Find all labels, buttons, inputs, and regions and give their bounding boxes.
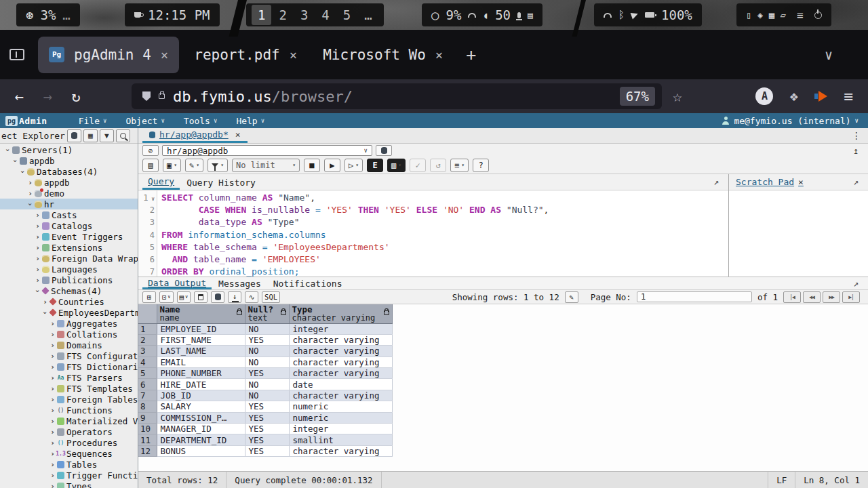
chevron-collapsed-icon[interactable]: ›: [34, 254, 41, 263]
execute-button[interactable]: ▶: [324, 159, 340, 172]
tab-overflow-chevron[interactable]: ∨: [825, 47, 859, 63]
cell[interactable]: EMPLOYEE_ID: [157, 323, 245, 334]
table-row[interactable]: 3LAST_NAMENOcharacter varying: [138, 346, 392, 357]
cell[interactable]: HIRE_DATE: [157, 379, 245, 390]
tree-item-collations[interactable]: ›Collations: [0, 329, 138, 340]
user-menu[interactable]: me@fymio.us (internal) ∨: [722, 116, 863, 126]
connection-select[interactable]: hr/app@appdb ∨: [162, 145, 372, 156]
cell[interactable]: YES: [245, 445, 289, 456]
tree-item-materialized-views[interactable]: ›Materialized Views: [0, 415, 138, 426]
cpu-indicator[interactable]: ⊛ 3% …: [16, 3, 80, 26]
browser-menu-icon[interactable]: ≡: [844, 87, 853, 105]
search-button[interactable]: [116, 129, 130, 142]
cell[interactable]: YES: [245, 412, 289, 423]
chevron-collapsed-icon[interactable]: ›: [49, 363, 56, 371]
page-number-input[interactable]: 1: [637, 291, 752, 302]
browser-tab-3[interactable]: Microsoft Wo×: [312, 37, 454, 73]
row-number[interactable]: 6: [138, 379, 157, 390]
menu-tools[interactable]: Tools∨: [174, 116, 227, 126]
row-number[interactable]: 2: [138, 334, 157, 345]
tab-data-output[interactable]: Data Output: [142, 277, 212, 289]
tray-menu-icon[interactable]: ≡: [797, 9, 804, 22]
close-tab-icon[interactable]: ×: [161, 47, 168, 62]
tree-item-appdb[interactable]: ›appdb: [0, 155, 138, 166]
zoom-level-badge[interactable]: 67%: [620, 87, 655, 106]
workspace-1[interactable]: 1: [252, 5, 271, 25]
chevron-collapsed-icon[interactable]: ›: [34, 222, 41, 230]
table-row[interactable]: 12BONUSYEScharacter varying: [138, 445, 392, 456]
chevron-collapsed-icon[interactable]: ›: [34, 232, 41, 241]
workspace-5[interactable]: 5: [337, 5, 357, 25]
row-number[interactable]: 7: [138, 390, 157, 401]
row-number[interactable]: 3: [138, 346, 157, 357]
chevron-collapsed-icon[interactable]: ›: [49, 406, 56, 415]
cell[interactable]: NO: [245, 323, 289, 334]
chevron-collapsed-icon[interactable]: ›: [49, 460, 56, 469]
cell[interactable]: character varying: [289, 390, 392, 401]
tree-item-fts-configurations[interactable]: ›FTS Configurations: [0, 350, 138, 361]
table-row[interactable]: 2FIRST_NAMEYEScharacter varying: [138, 334, 392, 345]
tree-item-languages[interactable]: ›Languages: [0, 264, 138, 274]
tree-item-publications[interactable]: ›Publications: [0, 274, 138, 285]
filter-grid-button[interactable]: ▼: [100, 129, 114, 142]
tree-item-sequences[interactable]: ›1.3Sequences: [0, 448, 138, 459]
close-icon[interactable]: ×: [798, 177, 804, 187]
shield-icon[interactable]: [142, 92, 151, 101]
cell[interactable]: integer: [289, 323, 392, 334]
close-tab-icon[interactable]: ×: [235, 129, 241, 140]
cell[interactable]: character varying: [289, 334, 392, 345]
commit-button[interactable]: ✓: [410, 159, 426, 172]
chevron-collapsed-icon[interactable]: ›: [49, 439, 56, 447]
table-row[interactable]: 5PHONE_NUMBERYEScharacter varying: [138, 368, 392, 379]
paste-button[interactable]: ▤∨: [177, 291, 191, 303]
tab-list-icon[interactable]: [9, 49, 24, 60]
chevron-collapsed-icon[interactable]: ›: [34, 211, 41, 220]
copy-button[interactable]: ⊡∨: [159, 291, 174, 303]
add-row-button[interactable]: ⊞: [142, 291, 156, 303]
tree-item-event-triggers[interactable]: ›Event Triggers: [0, 231, 138, 242]
workspace-…[interactable]: …: [358, 5, 378, 25]
chevron-collapsed-icon[interactable]: ›: [41, 298, 49, 306]
chevron-expanded-icon[interactable]: ›: [41, 309, 50, 317]
first-page-button[interactable]: |◀: [783, 291, 801, 303]
limit-select[interactable]: No limit▾: [232, 159, 300, 172]
sql-button[interactable]: SQL: [262, 291, 280, 303]
cell[interactable]: character varying: [289, 368, 392, 379]
filter-button[interactable]: ▾: [208, 159, 228, 172]
table-row[interactable]: 10MANAGER_IDYESinteger: [138, 424, 392, 434]
macros-button[interactable]: ≡▾: [450, 159, 469, 172]
chevron-collapsed-icon[interactable]: ›: [49, 428, 56, 436]
close-tab-icon[interactable]: ×: [290, 47, 297, 62]
edit-button[interactable]: ✎▾: [185, 159, 203, 172]
workspace-4[interactable]: 4: [315, 5, 335, 25]
expand-icon[interactable]: ↗: [713, 177, 724, 187]
clock-widget[interactable]: 12:15 PM: [125, 3, 220, 26]
tree-item-foreign-tables[interactable]: ›Foreign Tables: [0, 394, 138, 405]
table-row[interactable]: 8SALARYYESnumeric: [138, 401, 392, 412]
cell[interactable]: SALARY: [157, 401, 245, 412]
tree-item-procedures[interactable]: ›()Procedures: [0, 437, 138, 448]
save-button[interactable]: ▣▾: [163, 159, 181, 172]
close-tab-icon[interactable]: ×: [435, 47, 443, 62]
power-icon[interactable]: [814, 12, 822, 19]
cell[interactable]: PHONE_NUMBER: [157, 368, 245, 379]
chevron-collapsed-icon[interactable]: ›: [34, 265, 41, 274]
new-tab-button[interactable]: +: [466, 45, 476, 64]
browser-tab-1[interactable]: PgpgAdmin 4×: [38, 37, 179, 73]
chevron-expanded-icon[interactable]: ›: [3, 146, 12, 154]
stop-button[interactable]: ■: [304, 159, 320, 172]
chevron-collapsed-icon[interactable]: ›: [49, 417, 56, 426]
cell[interactable]: character varying: [289, 357, 392, 367]
chevron-collapsed-icon[interactable]: ›: [49, 352, 56, 361]
chevron-collapsed-icon[interactable]: ›: [49, 373, 56, 382]
status-cluster[interactable]: ○ 9% ◖ 50 ▤: [422, 3, 542, 26]
menu-object[interactable]: Object∨: [116, 116, 174, 126]
chevron-expanded-icon[interactable]: ›: [33, 287, 42, 295]
cell[interactable]: YES: [245, 434, 289, 445]
table-row[interactable]: 4EMAILNOcharacter varying: [138, 357, 392, 367]
scratch-pad-body[interactable]: [729, 190, 868, 277]
menu-help[interactable]: Help∨: [226, 116, 274, 126]
cell[interactable]: FIRST_NAME: [157, 334, 245, 345]
lock-icon[interactable]: [159, 94, 165, 99]
editor-code[interactable]: SELECT column_name AS "Name", CASE WHEN …: [157, 190, 728, 277]
